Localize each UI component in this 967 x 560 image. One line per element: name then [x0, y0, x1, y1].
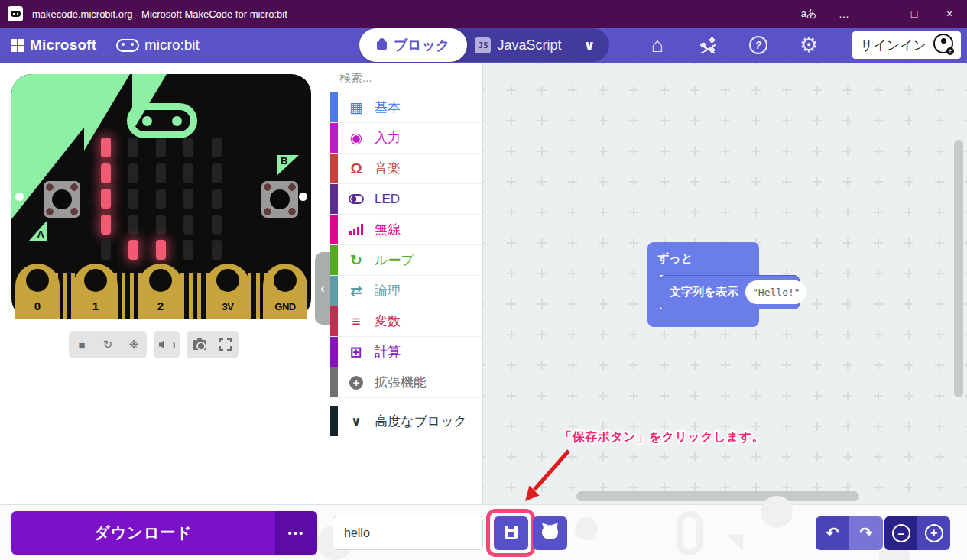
help-icon[interactable]	[747, 36, 770, 54]
ime-indicator[interactable]: aあ	[791, 0, 826, 28]
led-unlit[interactable]	[212, 163, 222, 183]
toolbox-category-extensions[interactable]: 拡張機能	[330, 367, 482, 398]
project-name-input[interactable]	[333, 516, 483, 550]
editor-toolbar: ダウンロード ••• ↶ ↷	[0, 504, 967, 560]
home-icon[interactable]: ⌂	[646, 34, 669, 57]
show-string-label: 文字列を表示	[670, 285, 738, 299]
download-more-button[interactable]: •••	[275, 511, 317, 555]
signal-icon	[348, 224, 365, 235]
maximize-button[interactable]: □	[897, 0, 932, 28]
led-unlit[interactable]	[128, 138, 138, 157]
floppy-save-icon	[505, 526, 518, 542]
toolbox-category-basic[interactable]: ▦基本	[330, 92, 482, 123]
led-unlit[interactable]	[101, 240, 111, 260]
led-unlit[interactable]	[212, 240, 222, 260]
workspace-hscrollbar[interactable]	[576, 491, 859, 501]
category-label: 論理	[375, 282, 401, 299]
browser-more-button[interactable]: …	[826, 0, 862, 28]
category-label: 拡張機能	[375, 374, 427, 391]
button-a[interactable]	[44, 181, 80, 218]
microsoft-logo[interactable]: Microsoft	[11, 28, 96, 63]
microbit-oval-icon	[116, 39, 139, 52]
toolbox-category-variables[interactable]: ≡変数	[330, 306, 482, 337]
pin-GND[interactable]: GND	[263, 264, 307, 319]
search-input[interactable]	[339, 71, 492, 84]
string-value-field[interactable]: "Hello!"	[745, 280, 806, 304]
download-button[interactable]: ダウンロード	[11, 511, 275, 555]
led-unlit[interactable]	[212, 138, 222, 157]
calculator-icon: ⊞	[348, 343, 365, 361]
led-unlit[interactable]	[183, 138, 193, 157]
led-unlit[interactable]	[156, 189, 166, 209]
fullscreen-icon[interactable]	[213, 331, 239, 358]
button-b-label: B	[277, 155, 299, 175]
screenshot-camera-icon[interactable]	[187, 331, 213, 358]
pin-1[interactable]: 1	[73, 264, 118, 319]
forever-block-footer	[647, 309, 759, 327]
microbit-board: A B 0123VGND	[11, 74, 311, 319]
simulator-collapse-button[interactable]: ‹	[315, 252, 330, 325]
led-unlit[interactable]	[156, 215, 166, 235]
pin-2[interactable]: 2	[138, 264, 183, 319]
block-workspace[interactable]: ずっと 文字列を表示 "Hello!" 「保存ボタン」をクリックします。	[483, 63, 967, 504]
led-lit[interactable]	[101, 163, 111, 183]
tab-javascript[interactable]: JS JavaScript	[467, 37, 569, 53]
led-unlit[interactable]	[128, 215, 138, 235]
zoom-out-button[interactable]	[884, 516, 917, 550]
led-unlit[interactable]	[212, 215, 222, 235]
led-lit[interactable]	[101, 215, 111, 235]
board-logo-oval[interactable]	[127, 103, 197, 138]
sound-icon[interactable]	[154, 331, 180, 358]
redo-button[interactable]: ↷	[849, 516, 883, 550]
led-lit[interactable]	[128, 240, 138, 260]
led-unlit[interactable]	[183, 163, 193, 183]
main-area: A B 0123VGND ■ ↻ ❉ ‹ ▦基本◉入力Ω音	[0, 63, 967, 504]
toolbox-category-logic[interactable]: ⇄論理	[330, 276, 482, 306]
app-header: Microsoft micro:bit ブロック JS JavaScript ∨…	[0, 28, 967, 63]
undo-button[interactable]: ↶	[816, 516, 849, 550]
toolbox-category-music[interactable]: Ω音楽	[330, 154, 482, 184]
github-button[interactable]	[533, 516, 567, 550]
share-icon[interactable]	[696, 37, 719, 53]
pin-3V[interactable]: 3V	[206, 264, 250, 319]
button-b[interactable]	[261, 181, 298, 218]
editor-dropdown-caret[interactable]: ∨	[569, 37, 609, 54]
toolbox-category-advanced[interactable]: ∨ 高度なブロック	[330, 406, 482, 436]
toolbox-category-loops[interactable]: ↻ループ	[330, 245, 482, 276]
led-unlit[interactable]	[156, 138, 166, 157]
show-string-block[interactable]: 文字列を表示 "Hello!"	[660, 275, 800, 309]
settings-gear-icon[interactable]: ⚙	[797, 33, 820, 57]
app-icon	[8, 6, 23, 21]
led-lit[interactable]	[101, 189, 111, 209]
debug-icon[interactable]: ❉	[121, 331, 147, 358]
led-unlit[interactable]	[128, 163, 138, 183]
window-title: makecode.microbit.org - Microsoft MakeCo…	[32, 8, 791, 20]
toolbox-category-radio[interactable]: 無線	[330, 215, 482, 245]
led-lit[interactable]	[101, 138, 111, 157]
signin-button[interactable]: サインイン	[852, 31, 961, 59]
workspace-vscrollbar[interactable]	[954, 140, 963, 397]
led-unlit[interactable]	[183, 189, 193, 209]
pin-0[interactable]: 0	[15, 264, 60, 319]
led-unlit[interactable]	[183, 240, 193, 260]
zoom-in-button[interactable]	[917, 516, 950, 550]
led-unlit[interactable]	[156, 163, 166, 183]
watermark-decoration	[575, 517, 598, 540]
toolbox-category-math[interactable]: ⊞計算	[330, 337, 482, 367]
led-unlit[interactable]	[183, 215, 193, 235]
led-lit[interactable]	[156, 240, 166, 260]
forever-block-header[interactable]: ずっと	[647, 242, 759, 275]
toolbox-category-led[interactable]: LED	[330, 184, 482, 215]
tab-blocks[interactable]: ブロック	[359, 28, 467, 62]
restart-icon[interactable]: ↻	[95, 331, 121, 358]
led-unlit[interactable]	[128, 189, 138, 209]
microbit-logo[interactable]: micro:bit	[116, 28, 200, 63]
category-label: 高度なブロック	[375, 413, 467, 430]
close-button[interactable]: ×	[932, 0, 967, 28]
toolbox-category-input[interactable]: ◉入力	[330, 123, 482, 154]
minimize-button[interactable]: –	[862, 0, 897, 28]
stop-button[interactable]: ■	[69, 331, 95, 358]
save-button[interactable]	[494, 516, 528, 550]
forever-block[interactable]: ずっと 文字列を表示 "Hello!"	[647, 242, 759, 327]
led-unlit[interactable]	[212, 189, 222, 209]
